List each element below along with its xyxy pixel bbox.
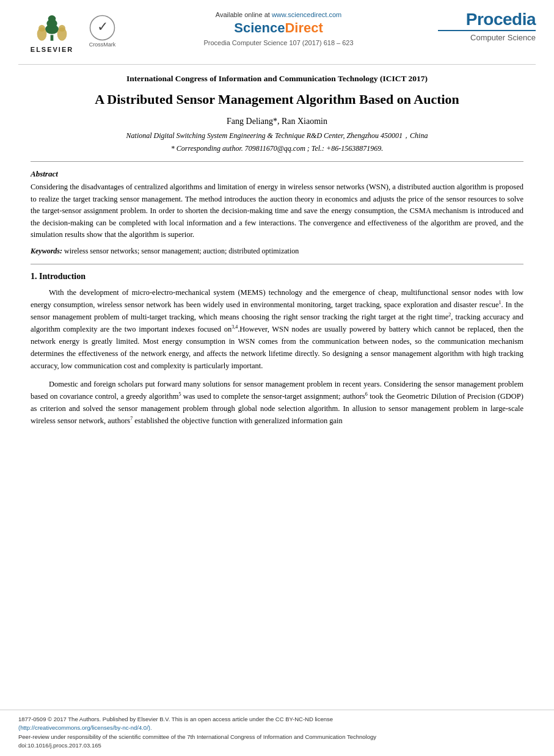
footer-issn: 1877-0509 © 2017 The Authors. Published …	[18, 715, 536, 724]
sciencedirect-url[interactable]: www.sciencedirect.com	[272, 11, 341, 18]
svg-rect-1	[51, 35, 54, 40]
keywords-text: wireless sensor networks; sensor managem…	[64, 247, 299, 255]
intro-section-title: 1. Introduction	[31, 272, 523, 282]
footer-doi: doi:10.1016/j.procs.2017.03.165	[18, 741, 536, 750]
crossmark-logo: ✓ CrossMark	[86, 14, 119, 48]
procedia-subtitle: Computer Science	[438, 30, 536, 42]
affiliation-line1: National Digital Switching System Engine…	[31, 130, 523, 141]
abstract-text: Considering the disadvantages of central…	[31, 181, 523, 241]
keywords-divider	[31, 264, 523, 264]
footer-license-url: (http://creativecommons.org/licenses/by-…	[18, 724, 536, 732]
affiliation-line2: * Corresponding author. 709811670@qq.com…	[31, 143, 523, 154]
header-top: ELSEVIER ✓ CrossMark Available online at…	[18, 11, 536, 53]
paper-title: A Distributed Sensor Management Algorith…	[31, 91, 523, 109]
svg-point-6	[38, 25, 45, 32]
center-header: Available online at www.sciencedirect.co…	[119, 11, 438, 46]
conference-title: International Congress of Information an…	[31, 73, 523, 85]
main-content: International Congress of Information an…	[0, 65, 554, 439]
elsevier-logo: ELSEVIER	[18, 11, 86, 53]
available-online-text: Available online at www.sciencedirect.co…	[131, 11, 426, 18]
sciencedirect-logo-text: ScienceDirect	[234, 20, 323, 35]
abstract-divider-top	[31, 161, 523, 162]
keywords-label: Keywords:	[31, 247, 62, 255]
procedia-title: Procedia	[438, 11, 536, 28]
svg-point-4	[48, 15, 56, 22]
crossmark-icon: ✓	[89, 14, 116, 42]
authors: Fang Deliang*, Ran Xiaomin	[31, 117, 523, 126]
sciencedirect-logo: ScienceDirect	[131, 20, 426, 36]
header: ELSEVIER ✓ CrossMark Available online at…	[0, 0, 554, 58]
intro-paragraph-1: With the development of micro-electro-me…	[31, 286, 523, 372]
intro-paragraph-2: Domestic and foreign scholars put forwar…	[31, 378, 523, 427]
elsevier-tree-icon	[34, 11, 70, 45]
page: ELSEVIER ✓ CrossMark Available online at…	[0, 0, 554, 756]
abstract-label: Abstract	[31, 169, 523, 179]
keywords-line: Keywords: wireless sensor networks; sens…	[31, 245, 523, 256]
journal-info: Procedia Computer Science 107 (2017) 618…	[131, 39, 426, 46]
footer-peer-review: Peer-review under responsibility of the …	[18, 733, 536, 741]
footer: 1877-0509 © 2017 The Authors. Published …	[0, 710, 554, 756]
procedia-logo: Procedia Computer Science	[438, 11, 536, 42]
elsevier-label: ELSEVIER	[31, 46, 73, 53]
svg-text:✓: ✓	[97, 19, 108, 34]
crossmark-label: CrossMark	[89, 42, 116, 48]
svg-point-8	[59, 25, 65, 32]
